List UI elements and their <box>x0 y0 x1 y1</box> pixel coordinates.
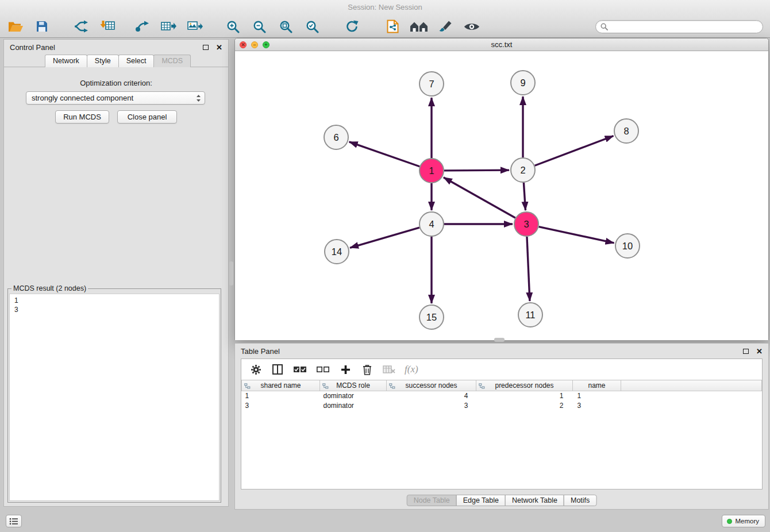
table-settings-button[interactable] <box>249 363 262 376</box>
float-table-panel-icon[interactable] <box>743 349 749 354</box>
graph-edge[interactable] <box>539 227 614 243</box>
tab-mcds[interactable]: MCDS <box>153 55 191 67</box>
tab-select[interactable]: Select <box>118 55 155 67</box>
refresh-layout-button[interactable] <box>342 18 362 35</box>
tab-motifs[interactable]: Motifs <box>564 495 596 506</box>
network-canvas[interactable]: 7968124314101511 <box>235 51 768 340</box>
table-cell[interactable]: 3 <box>387 401 476 411</box>
graph-node-label: 14 <box>332 246 342 257</box>
function-builder-button[interactable]: f(x) <box>405 363 418 376</box>
tab-style[interactable]: Style <box>87 55 119 67</box>
graph-node[interactable]: 14 <box>325 240 349 264</box>
column-header-shared-name[interactable]: shared name <box>242 380 320 391</box>
table-cell[interactable]: dominator <box>320 401 387 411</box>
maximize-window-icon[interactable] <box>263 41 270 48</box>
open-session-button[interactable] <box>6 18 25 35</box>
graph-edge[interactable] <box>444 170 509 171</box>
table-cell[interactable]: 4 <box>387 391 476 401</box>
table-cell[interactable]: 1 <box>573 391 621 401</box>
graph-edge[interactable] <box>350 228 419 248</box>
network-window-titlebar[interactable]: scc.txt <box>235 38 768 51</box>
network-document-button[interactable] <box>383 18 402 35</box>
zoom-fit-button[interactable] <box>276 18 295 35</box>
tab-network-table[interactable]: Network Table <box>505 495 564 506</box>
graph-edge[interactable] <box>523 183 525 210</box>
table-cell[interactable]: 3 <box>573 401 621 411</box>
column-header-mcds-role[interactable]: MCDS role <box>320 380 387 391</box>
zoom-selected-button[interactable] <box>302 18 322 35</box>
table-row[interactable]: 1dominator411 <box>242 391 762 401</box>
save-session-button[interactable] <box>32 18 52 35</box>
table-cell[interactable]: 1 <box>476 391 573 401</box>
import-table-button[interactable] <box>98 18 117 35</box>
import-network-button[interactable] <box>71 18 91 35</box>
column-header-predecessor-nodes[interactable]: predecessor nodes <box>476 380 573 391</box>
checked-boxes-icon <box>293 366 307 373</box>
tab-edge-table[interactable]: Edge Table <box>456 495 506 506</box>
select-all-button[interactable] <box>293 363 307 376</box>
add-column-button[interactable] <box>339 363 352 376</box>
graph-node[interactable]: 8 <box>614 119 638 143</box>
deselect-all-button[interactable] <box>316 363 330 376</box>
table-header-row: shared name MCDS role successor nodes pr… <box>242 380 762 391</box>
close-window-icon[interactable] <box>240 41 247 48</box>
mcds-result-text[interactable]: 1 3 <box>9 294 220 501</box>
graph-node[interactable]: 10 <box>615 234 640 258</box>
table-row[interactable]: 3dominator323 <box>242 401 762 411</box>
graph-node[interactable]: 2 <box>511 158 535 182</box>
zoom-out-button[interactable] <box>249 18 269 35</box>
graph-node[interactable]: 4 <box>419 212 444 236</box>
column-edit-icon <box>479 383 485 389</box>
paint-style-button[interactable] <box>436 18 455 35</box>
export-table-button[interactable] <box>159 18 178 35</box>
export-network-button[interactable] <box>132 18 152 35</box>
export-table-icon <box>161 20 176 33</box>
log-console-button[interactable] <box>6 515 22 527</box>
traffic-lights <box>240 41 270 48</box>
table-cell[interactable]: dominator <box>320 391 387 401</box>
run-mcds-button[interactable]: Run MCDS <box>55 110 109 124</box>
tab-network[interactable]: Network <box>45 55 87 67</box>
graph-node[interactable]: 11 <box>518 303 542 327</box>
graph-node[interactable]: 1 <box>419 159 444 183</box>
close-table-panel-icon[interactable] <box>756 348 763 355</box>
graph-edge[interactable] <box>349 142 420 167</box>
tab-node-table[interactable]: Node Table <box>407 495 457 506</box>
control-panel: Control Panel Network Style Select MCDS … <box>3 39 229 507</box>
table-cell[interactable]: 3 <box>242 401 320 411</box>
mcds-result-box: MCDS result (2 nodes) 1 3 <box>7 284 221 503</box>
first-neighbors-button[interactable] <box>409 18 429 35</box>
graph-node[interactable]: 6 <box>324 125 348 149</box>
delete-column-button[interactable] <box>361 363 374 376</box>
graph-edge[interactable] <box>444 178 515 218</box>
float-panel-icon[interactable] <box>203 45 209 50</box>
graph-edge[interactable] <box>535 136 614 165</box>
export-image-button[interactable] <box>185 18 205 35</box>
search-input[interactable] <box>611 22 758 30</box>
close-panel-button[interactable]: Close panel <box>117 110 177 124</box>
graph-node[interactable]: 3 <box>514 212 538 236</box>
memory-status-icon <box>727 519 732 524</box>
show-hide-button[interactable] <box>462 18 482 35</box>
criterion-dropdown[interactable]: strongly connected component <box>26 91 205 105</box>
graph-node[interactable]: 7 <box>419 72 444 96</box>
panel-splitter-horizontal[interactable] <box>494 338 505 342</box>
delete-table-button[interactable] <box>383 363 395 376</box>
graph-edge[interactable] <box>527 237 530 301</box>
search-field[interactable] <box>595 20 763 33</box>
graph-node[interactable]: 9 <box>511 71 535 95</box>
column-header-name[interactable]: name <box>573 380 621 391</box>
zoom-in-button[interactable] <box>223 18 242 35</box>
graph-node[interactable]: 15 <box>419 305 444 329</box>
control-panel-tabs: Network Style Select MCDS <box>4 55 228 67</box>
memory-button[interactable]: Memory <box>722 515 765 527</box>
close-panel-icon[interactable] <box>216 44 222 51</box>
panel-splitter-vertical[interactable] <box>229 261 233 286</box>
minimize-window-icon[interactable] <box>251 41 258 48</box>
table-cell[interactable]: 2 <box>476 401 573 411</box>
column-header-filler <box>621 380 762 391</box>
column-header-successor-nodes[interactable]: successor nodes <box>387 380 476 391</box>
session-group <box>6 18 52 35</box>
show-columns-button[interactable] <box>271 363 284 376</box>
table-cell[interactable]: 1 <box>242 391 320 401</box>
